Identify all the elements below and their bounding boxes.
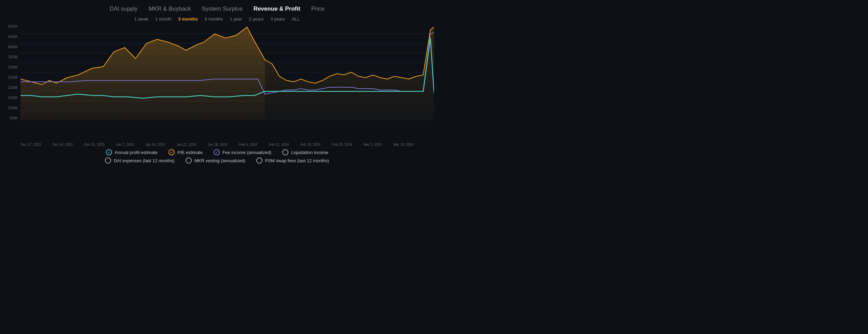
legend-label: DAI expenses (last 12 months): [114, 158, 175, 163]
y-label: 500M: [1, 24, 17, 28]
chart-area: 500M450M400M350M300M250M200M150M100M50M: [0, 24, 434, 141]
legend-item: ✓P/E estimate: [168, 149, 203, 155]
x-label: Feb 11, 2024: [269, 143, 289, 146]
time-item-3-months[interactable]: 3 months: [178, 16, 198, 22]
legend-icon: [105, 157, 111, 164]
x-label: Feb 25, 2024: [332, 143, 352, 146]
x-axis: Dec 17, 2023Dec 24, 2023Dec 31, 2023Jan …: [0, 141, 434, 146]
x-label: Feb 18, 2024: [300, 143, 321, 146]
y-label: 50M: [1, 116, 17, 120]
legend-label: Liquidation income: [291, 150, 328, 155]
legend-item: PSM swap fees (last 12 months): [256, 157, 329, 164]
legend-row-2: DAI expenses (last 12 months)MKR vesting…: [105, 157, 329, 164]
time-item-6-months[interactable]: 6 months: [205, 16, 223, 22]
x-label: Jan 7, 2024: [116, 143, 134, 146]
x-label: Jan 28, 2024: [208, 143, 228, 146]
legend-label: Fee income (annualized): [222, 150, 271, 155]
time-item-2-years[interactable]: 2 years: [249, 16, 264, 22]
top-nav: DAI supplyMKR & BuybackSystem SurplusRev…: [0, 0, 434, 15]
time-item-1-year[interactable]: 1 year: [230, 16, 242, 22]
legend-label: MKR vesting (annualized): [194, 158, 245, 163]
legend-item: ✓Fee income (annualized): [214, 149, 271, 155]
legend-icon: [282, 149, 288, 155]
legend-label: PSM swap fees (last 12 months): [265, 158, 329, 163]
time-item-3-years[interactable]: 3 years: [270, 16, 285, 22]
time-item-all[interactable]: ALL: [292, 16, 300, 22]
legend-icon: [186, 157, 192, 164]
x-label: Dec 17, 2023: [21, 143, 41, 146]
y-label: 450M: [1, 35, 17, 39]
legend-label: Annual profit estimate: [115, 150, 158, 155]
legend-icon: [256, 157, 262, 164]
legend-icon: ✓: [168, 149, 175, 155]
y-label: 150M: [1, 95, 17, 100]
y-label: 300M: [1, 65, 17, 69]
nav-item-mkr---buyback[interactable]: MKR & Buyback: [149, 5, 191, 12]
chart-container: DAI supplyMKR & BuybackSystem SurplusRev…: [0, 0, 434, 167]
legend-item: DAI expenses (last 12 months): [105, 157, 175, 164]
nav-item-revenue---profit[interactable]: Revenue & Profit: [254, 5, 300, 12]
y-label: 100M: [1, 106, 17, 110]
x-label: Feb 4, 2024: [239, 143, 257, 146]
nav-item-dai-supply[interactable]: DAI supply: [110, 5, 138, 12]
x-label: Dec 24, 2023: [52, 143, 73, 146]
y-axis: 500M450M400M350M300M250M200M150M100M50M: [0, 24, 19, 120]
y-label: 400M: [1, 45, 17, 49]
legend-icon: ✓: [214, 149, 220, 155]
legend-label: P/E estimate: [177, 150, 203, 155]
legend-icon: ✓: [106, 149, 112, 155]
time-item-1-month[interactable]: 1 month: [155, 16, 171, 22]
time-item-1-week[interactable]: 1 week: [134, 16, 148, 22]
legend-item: MKR vesting (annualized): [186, 157, 245, 164]
legend: ✓Annual profit estimate✓P/E estimate✓Fee…: [0, 146, 434, 165]
y-label: 350M: [1, 55, 17, 59]
x-label: Jan 21, 2024: [177, 143, 196, 146]
x-label: Mar 10, 2024: [393, 143, 413, 146]
x-label: Jan 14, 2024: [145, 143, 165, 146]
x-label: Dec 31, 2023: [84, 143, 105, 146]
nav-item-system-surplus[interactable]: System Surplus: [202, 5, 243, 12]
x-label: Mar 3, 2024: [364, 143, 382, 146]
legend-row-1: ✓Annual profit estimate✓P/E estimate✓Fee…: [106, 149, 328, 155]
y-label: 250M: [1, 75, 17, 79]
chart-svg: [21, 24, 434, 120]
time-range: 1 week1 month3 months6 months1 year2 yea…: [0, 15, 434, 24]
legend-item: ✓Annual profit estimate: [106, 149, 158, 155]
legend-item: Liquidation income: [282, 149, 328, 155]
nav-item-price[interactable]: Price: [311, 5, 325, 12]
y-label: 200M: [1, 86, 17, 90]
